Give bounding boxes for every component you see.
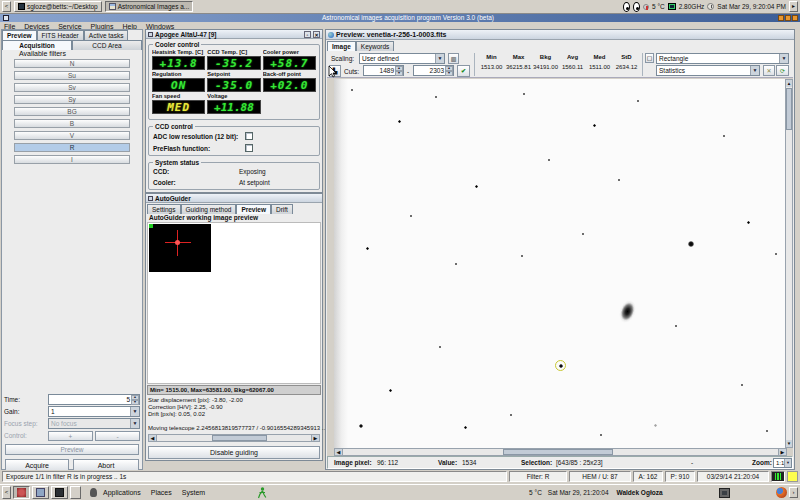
thermometer-icon xyxy=(643,4,649,10)
star xyxy=(548,159,550,161)
show-desktop-button[interactable] xyxy=(70,486,81,499)
scroll-down-icon[interactable]: ▼ xyxy=(786,440,792,447)
autoguider-titlebar[interactable]: AutoGuider xyxy=(146,194,322,203)
image-viewport[interactable] xyxy=(334,79,787,448)
guider-image[interactable] xyxy=(149,224,211,272)
scroll-left-icon[interactable]: ◀ xyxy=(335,449,343,455)
preflash-checkbox[interactable] xyxy=(245,144,253,152)
preview-button[interactable]: Preview xyxy=(5,444,139,455)
horizontal-scrollbar[interactable]: ◀ ▶ xyxy=(334,448,787,456)
panel-clock[interactable]: Sat Mar 29, 21:20:04 xyxy=(548,489,609,496)
close-icon[interactable]: ✕ xyxy=(313,31,320,38)
guider-stats: Min= 1515.00, Max=63581.00, Bkg=62067.00 xyxy=(147,385,321,395)
vertical-scrollbar[interactable]: ▲ ▼ xyxy=(785,79,793,448)
subtab-ccd-area[interactable]: CCD Area xyxy=(72,40,142,50)
guider-tab-guiding-method[interactable]: Guiding method xyxy=(181,204,237,214)
filter-button-b[interactable]: B xyxy=(14,119,130,128)
region-select[interactable]: Rectangle ▼ xyxy=(656,53,789,64)
scroll-left-icon[interactable]: ◀ xyxy=(149,435,157,441)
close-icon[interactable] xyxy=(792,15,798,21)
cut-high-value[interactable]: 2303 xyxy=(414,66,445,75)
user-name: Waldek Ogłoza xyxy=(617,489,663,496)
scrollbar-thumb[interactable] xyxy=(503,449,613,455)
tab-active-tasks[interactable]: Active tasks xyxy=(84,30,129,40)
taskbar-app-2[interactable] xyxy=(32,486,49,499)
taskbar-app-1[interactable] xyxy=(13,486,30,499)
cut-low-input[interactable]: 1489 ▲▼ xyxy=(363,65,404,76)
taskbar-back-button[interactable]: < xyxy=(2,1,11,12)
cut-high-input[interactable]: 2303 ▲▼ xyxy=(413,65,454,76)
filter-button-sy[interactable]: Sy xyxy=(14,95,130,104)
apply-cuts-button[interactable]: ✔ xyxy=(457,65,470,77)
guider-log-line xyxy=(148,418,320,425)
filter-button-v[interactable]: V xyxy=(14,131,130,140)
taskbar-window-astro[interactable]: Astronomical Images a... xyxy=(105,1,194,12)
tab-fits-header[interactable]: FITS Header xyxy=(37,30,84,40)
zoom-select[interactable]: 1:1 ▼ xyxy=(773,458,792,468)
clear-selection-button[interactable]: ✕ xyxy=(763,65,775,76)
guider-tab-preview[interactable]: Preview xyxy=(236,204,271,214)
guider-log-scrollbar[interactable]: ◀ ▶ xyxy=(148,434,320,442)
cut-low-value[interactable]: 1489 xyxy=(364,66,395,75)
disable-guiding-button[interactable]: Disable guiding xyxy=(148,446,320,459)
adc-low-res-checkbox[interactable] xyxy=(245,132,253,140)
desktop-menu-places[interactable]: Places xyxy=(151,489,172,496)
scroll-right-icon[interactable]: ▶ xyxy=(311,435,319,441)
spin-down-icon[interactable]: ▼ xyxy=(131,400,139,405)
time-value[interactable]: 5 xyxy=(49,395,131,404)
focus-plus-button[interactable]: + xyxy=(48,431,93,441)
chevron-down-icon[interactable]: ▼ xyxy=(750,66,759,75)
chevron-down-icon[interactable]: ▼ xyxy=(779,54,788,63)
panel-back-button[interactable]: < xyxy=(2,486,11,499)
scaling-select[interactable]: User defined ▼ xyxy=(359,53,445,64)
taskbar-clock[interactable]: Sat Mar 29, 9:20:04 PM xyxy=(717,3,786,10)
gain-select[interactable]: 1 ▼ xyxy=(48,406,140,417)
focus-minus-button[interactable]: - xyxy=(95,431,140,441)
filter-button-bg[interactable]: BG xyxy=(14,107,130,116)
panel-expand-button[interactable]: › xyxy=(789,487,798,498)
taskbar-app-3[interactable] xyxy=(51,486,68,499)
scrollbar-thumb[interactable] xyxy=(786,88,792,130)
runner-icon[interactable] xyxy=(257,487,267,499)
firefox-icon[interactable] xyxy=(776,487,787,498)
time-input[interactable]: 5 ▲▼ xyxy=(48,394,140,405)
scroll-right-icon[interactable]: ▶ xyxy=(778,449,786,455)
camera-frame-titlebar[interactable]: Apogee AltaU-47 [9] ▫ ✕ xyxy=(146,30,322,39)
preview-tab-image[interactable]: Image xyxy=(327,41,356,51)
filter-button-r[interactable]: R xyxy=(14,143,130,152)
minimize-icon[interactable]: ▫ xyxy=(304,31,311,38)
maximize-icon[interactable] xyxy=(785,15,791,21)
guider-tab-drift[interactable]: Drift xyxy=(271,204,293,214)
tab-preview[interactable]: Preview xyxy=(2,30,37,40)
preview-tab-keywords[interactable]: Keywords xyxy=(356,41,395,51)
screenshot-icon[interactable] xyxy=(719,488,730,498)
image-region: ▲ ▼ ◀ ▶ xyxy=(327,78,793,456)
chevron-down-icon[interactable]: ▼ xyxy=(784,459,791,467)
minimize-icon[interactable] xyxy=(778,15,784,21)
window-titlebar[interactable]: Astronomical images acquisition program … xyxy=(0,14,800,22)
preview-titlebar[interactable]: Preview: venetia-r-256-1-0003.fits xyxy=(326,30,794,40)
spin-down-icon[interactable]: ▼ xyxy=(395,71,403,76)
top-taskbar: < sgloze@betts:~/Desktop Astronomical Im… xyxy=(0,0,800,14)
region-icon-button[interactable]: ▢ xyxy=(645,53,654,63)
desktop-menu-applications[interactable]: Applications xyxy=(103,489,141,496)
taskbar-expand-button[interactable]: ▸ xyxy=(789,1,798,12)
subtab-acquisition[interactable]: Acquisition xyxy=(2,40,72,50)
tool-select[interactable]: Statistics ▼ xyxy=(656,65,760,76)
chevron-down-icon[interactable]: ▼ xyxy=(435,54,444,63)
desktop-menus: ApplicationsPlacesSystem xyxy=(103,489,205,496)
guider-tab-settings[interactable]: Settings xyxy=(147,204,181,214)
chevron-down-icon[interactable]: ▼ xyxy=(130,407,139,416)
scroll-up-icon[interactable]: ▲ xyxy=(786,80,792,87)
filter-button-su[interactable]: Su xyxy=(14,71,130,80)
taskbar-window-terminal[interactable]: sgloze@betts:~/Desktop xyxy=(14,1,102,12)
ccd-control-group: CCD control ADC low resolution (12 bit):… xyxy=(148,126,320,156)
left-tabs: PreviewFITS HeaderActive tasks xyxy=(2,30,142,40)
histogram-button[interactable]: ▥ xyxy=(448,53,459,64)
filter-button-n[interactable]: N xyxy=(14,59,130,68)
refresh-button[interactable]: ⟳ xyxy=(776,65,789,76)
desktop-menu-system[interactable]: System xyxy=(182,489,205,496)
filter-button-sv[interactable]: Sv xyxy=(14,83,130,92)
filter-button-i[interactable]: I xyxy=(14,155,130,164)
spin-down-icon[interactable]: ▼ xyxy=(445,71,453,76)
